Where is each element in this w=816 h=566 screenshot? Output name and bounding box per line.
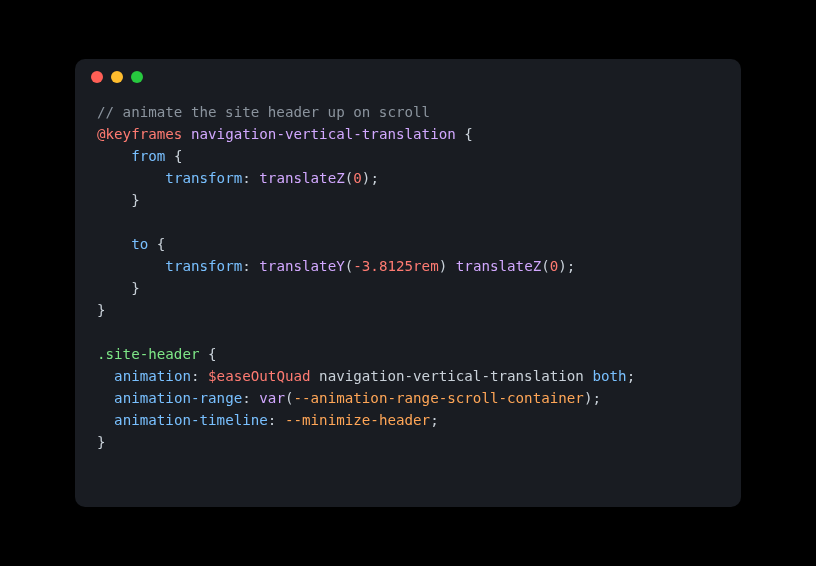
- code-colon: :: [268, 412, 285, 428]
- close-icon[interactable]: [91, 71, 103, 83]
- code-brace: }: [97, 302, 106, 318]
- code-brace: }: [131, 280, 140, 296]
- code-css-variable: --minimize-header: [285, 412, 430, 428]
- code-property: animation-range: [114, 390, 242, 406]
- code-brace: }: [131, 192, 140, 208]
- code-property: transform: [165, 258, 242, 274]
- code-property: transform: [165, 170, 242, 186]
- code-number: 0: [353, 170, 362, 186]
- code-indent: [97, 412, 114, 428]
- code-semicolon: ;: [627, 368, 636, 384]
- code-property: animation: [114, 368, 191, 384]
- code-comment: // animate the site header up on scroll: [97, 104, 430, 120]
- code-property: animation-timeline: [114, 412, 268, 428]
- code-colon: :: [242, 170, 259, 186]
- code-selector: .site-header: [97, 346, 200, 362]
- code-paren: ): [439, 258, 448, 274]
- code-block: // animate the site header up on scroll …: [75, 95, 741, 475]
- code-keyword: from: [131, 148, 165, 164]
- code-indent: [97, 258, 165, 274]
- code-func: var: [259, 390, 285, 406]
- code-paren: (: [345, 258, 354, 274]
- code-func: translateZ: [259, 170, 344, 186]
- code-space: [311, 368, 320, 384]
- code-func: translateY: [259, 258, 344, 274]
- code-paren: (: [541, 258, 550, 274]
- code-keyframes-name: navigation-vertical-translation: [191, 126, 456, 142]
- minimize-icon[interactable]: [111, 71, 123, 83]
- code-semicolon: ;: [430, 412, 439, 428]
- code-indent: [97, 280, 131, 296]
- code-indent: [97, 368, 114, 384]
- code-semicolon: ;: [370, 170, 379, 186]
- code-keyword: to: [131, 236, 148, 252]
- code-indent: [97, 236, 131, 252]
- code-brace: {: [148, 236, 165, 252]
- code-indent: [97, 192, 131, 208]
- code-indent: [97, 170, 165, 186]
- code-brace: {: [165, 148, 182, 164]
- code-atrule: @keyframes: [97, 126, 182, 142]
- code-paren: (: [345, 170, 354, 186]
- code-paren: ): [558, 258, 567, 274]
- code-identifier: navigation-vertical-translation: [319, 368, 584, 384]
- code-brace: {: [200, 346, 217, 362]
- code-colon: :: [191, 368, 208, 384]
- code-colon: :: [242, 390, 259, 406]
- code-space: [447, 258, 456, 274]
- code-unit: rem: [413, 258, 439, 274]
- code-semicolon: ;: [567, 258, 576, 274]
- maximize-icon[interactable]: [131, 71, 143, 83]
- code-brace: }: [97, 434, 106, 450]
- code-brace: {: [456, 126, 473, 142]
- code-variable: $easeOutQuad: [208, 368, 311, 384]
- code-keyword: both: [592, 368, 626, 384]
- window-titlebar: [75, 59, 741, 95]
- code-colon: :: [242, 258, 259, 274]
- code-css-variable: --animation-range-scroll-container: [293, 390, 583, 406]
- code-indent: [97, 390, 114, 406]
- code-window: // animate the site header up on scroll …: [75, 59, 741, 507]
- code-semicolon: ;: [592, 390, 601, 406]
- code-indent: [97, 148, 131, 164]
- code-number: -3.8125: [353, 258, 413, 274]
- code-func: translateZ: [456, 258, 541, 274]
